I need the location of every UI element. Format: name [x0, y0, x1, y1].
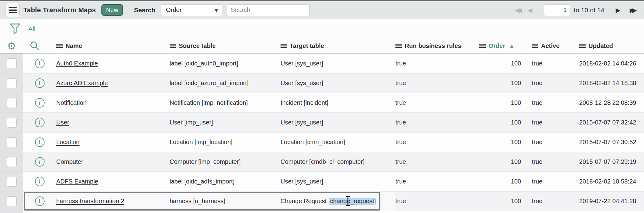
row-checkbox[interactable]: [7, 118, 17, 128]
column-header-order[interactable]: Order ▲: [473, 42, 522, 49]
previous-page-button[interactable]: ◀: [528, 7, 532, 13]
cell-source-table[interactable]: Location [imp_location]: [170, 139, 281, 146]
cell-order[interactable]: 100: [473, 99, 522, 106]
cell-run-business-rules[interactable]: true: [395, 60, 473, 67]
cell-run-business-rules[interactable]: true: [395, 80, 473, 87]
cell-active[interactable]: true: [522, 158, 579, 165]
cell-order[interactable]: 100: [473, 139, 522, 146]
info-icon[interactable]: i: [35, 196, 45, 206]
cell-updated[interactable]: 2019-07-22 04:41:28: [579, 198, 644, 205]
cell-order[interactable]: 100: [473, 178, 522, 185]
cell-target-table[interactable]: User [sys_user]: [281, 178, 395, 185]
cell-order[interactable]: 100: [473, 198, 522, 205]
cell-order[interactable]: 100: [473, 80, 522, 87]
cell-active[interactable]: true: [522, 198, 579, 205]
cell-target-table[interactable]: Change Request [change_request]: [281, 191, 395, 211]
cell-active[interactable]: true: [522, 60, 579, 67]
cell-target-table[interactable]: Incident [incident]: [281, 99, 395, 106]
cell-target-table[interactable]: User [sys_user]: [281, 80, 395, 87]
new-record-button[interactable]: New: [101, 4, 123, 16]
column-menu-icon[interactable]: [56, 44, 63, 48]
cell-target-table[interactable]: Location [cmn_location]: [281, 139, 395, 146]
record-link[interactable]: Computer: [56, 158, 83, 165]
cell-active[interactable]: true: [522, 99, 579, 106]
search-icon[interactable]: [29, 41, 40, 51]
column-menu-icon[interactable]: [281, 44, 287, 48]
page-number-input[interactable]: [544, 4, 570, 16]
cell-updated[interactable]: 2015-07-07 07:30:52: [579, 139, 644, 146]
cell-updated[interactable]: 2015-07-07 07:29:19: [579, 158, 644, 165]
cell-source-table[interactable]: Notification [imp_notification]: [170, 99, 281, 106]
last-page-button[interactable]: ▶▶: [630, 7, 637, 13]
cell-order[interactable]: 100: [473, 119, 522, 126]
record-link[interactable]: harness transformation 2: [56, 198, 124, 205]
cell-source-table[interactable]: User [imp_user]: [170, 119, 281, 126]
info-icon[interactable]: i: [35, 157, 45, 167]
filter-funnel-icon[interactable]: [9, 23, 21, 35]
column-menu-icon[interactable]: [579, 44, 586, 48]
column-header-source-table[interactable]: Source table: [170, 42, 281, 49]
record-link[interactable]: ADFS Example: [56, 178, 98, 185]
cell-source-table[interactable]: harness [u_harness]: [170, 191, 281, 211]
row-checkbox[interactable]: [7, 137, 17, 147]
cell-order[interactable]: 100: [473, 158, 522, 165]
record-link[interactable]: Location: [56, 139, 80, 145]
cell-updated[interactable]: 2015-07-07 07:32:42: [579, 119, 644, 126]
cell-source-table[interactable]: label [oidc_adfs_import]: [170, 178, 281, 185]
info-icon[interactable]: i: [35, 118, 45, 127]
next-page-button[interactable]: ▶: [616, 7, 620, 13]
cell-updated[interactable]: 2018-02-02 14:18:38: [579, 80, 644, 87]
cell-updated[interactable]: 2008-12-28 22:08:39: [579, 99, 644, 106]
gear-icon[interactable]: ⚙: [7, 41, 16, 51]
cell-source-table[interactable]: Computer [imp_computer]: [170, 158, 281, 165]
cell-run-business-rules[interactable]: true: [395, 158, 473, 165]
column-menu-icon[interactable]: [395, 44, 402, 48]
cell-run-business-rules[interactable]: true: [395, 198, 473, 205]
search-column-select[interactable]: Order ▼: [161, 4, 222, 16]
cell-run-business-rules[interactable]: true: [395, 178, 473, 185]
column-header-name[interactable]: Name: [56, 42, 170, 49]
record-link[interactable]: Azure AD Example: [56, 80, 108, 86]
first-page-button[interactable]: ◀◀: [515, 7, 522, 13]
cell-active[interactable]: true: [522, 139, 579, 146]
column-menu-icon[interactable]: [532, 44, 538, 48]
column-menu-icon[interactable]: [170, 44, 176, 48]
info-icon[interactable]: i: [35, 137, 45, 147]
info-icon[interactable]: i: [35, 78, 45, 88]
cell-run-business-rules[interactable]: true: [395, 119, 473, 126]
column-header-run-business-rules[interactable]: Run business rules: [395, 42, 473, 49]
row-checkbox[interactable]: [7, 196, 17, 206]
info-icon[interactable]: i: [35, 98, 45, 108]
cell-updated[interactable]: 2018-02-02 14:04:26: [579, 60, 644, 67]
cell-target-table[interactable]: User [sys_user]: [281, 60, 395, 67]
column-header-target-table[interactable]: Target table: [281, 42, 395, 49]
column-menu-icon[interactable]: [479, 44, 486, 48]
cell-active[interactable]: true: [522, 80, 579, 87]
record-link[interactable]: Notification: [56, 99, 87, 106]
row-checkbox[interactable]: [7, 177, 17, 187]
record-link[interactable]: Auth0 Example: [56, 60, 98, 67]
record-link[interactable]: User: [56, 119, 69, 126]
info-icon[interactable]: i: [35, 59, 45, 68]
cell-updated[interactable]: 2018-02-02 10:58:24: [579, 178, 644, 185]
cell-source-table[interactable]: label [oidc_auth0_import]: [170, 60, 281, 67]
cell-active[interactable]: true: [522, 119, 579, 126]
list-menu-button[interactable]: [6, 3, 20, 17]
column-header-active[interactable]: Active: [522, 42, 579, 49]
cell-order[interactable]: 100: [473, 60, 522, 67]
search-input[interactable]: [227, 4, 310, 16]
cell-run-business-rules[interactable]: true: [395, 99, 473, 106]
row-checkbox[interactable]: [7, 58, 17, 68]
cell-target-table[interactable]: User [sys_user]: [281, 119, 395, 126]
row-checkbox[interactable]: [7, 157, 17, 167]
cell-active[interactable]: true: [522, 178, 579, 185]
cell-source-table[interactable]: label [oidc_azure_ad_import]: [170, 80, 281, 87]
row-checkbox[interactable]: [7, 78, 17, 88]
cell-run-business-rules[interactable]: true: [395, 139, 473, 146]
sort-ascending-icon: ▲: [510, 43, 513, 49]
row-checkbox[interactable]: [7, 98, 17, 108]
cell-target-table[interactable]: Computer [cmdb_ci_computer]: [281, 158, 395, 165]
column-header-updated[interactable]: Updated: [579, 42, 644, 49]
info-icon[interactable]: i: [35, 177, 45, 186]
breadcrumb-all[interactable]: All: [28, 25, 35, 33]
